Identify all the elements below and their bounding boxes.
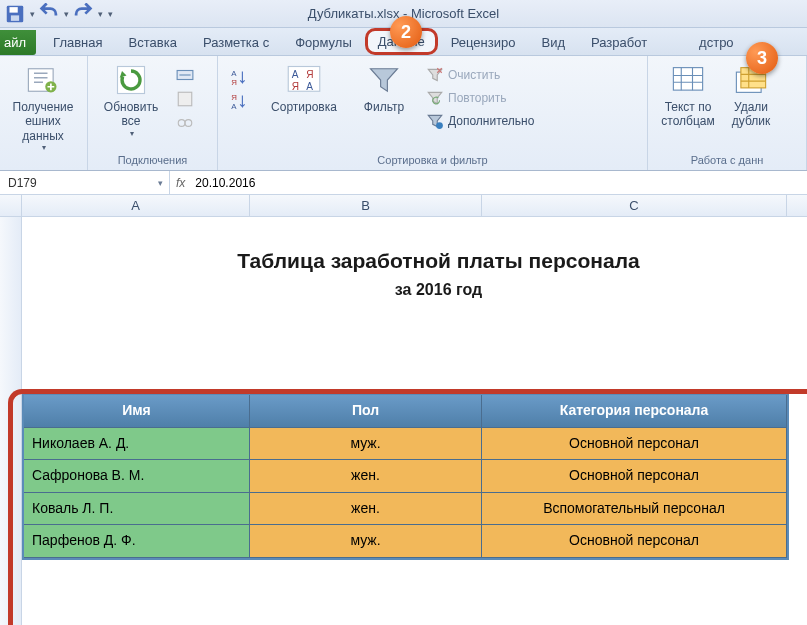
sort-desc-button[interactable]: ЯA — [226, 90, 252, 112]
properties-icon — [176, 90, 194, 108]
group-data-tools-label: Работа с данн — [656, 152, 798, 168]
advanced-icon — [426, 112, 444, 130]
table-row[interactable]: Парфенов Д. Ф. муж. Основной персонал — [24, 525, 787, 558]
advanced-button[interactable]: Дополнительно — [422, 110, 538, 132]
redo-button[interactable] — [72, 4, 94, 24]
svg-point-8 — [178, 120, 185, 127]
col-header-c[interactable]: C — [482, 195, 787, 216]
formula-bar: D179 fx — [0, 171, 807, 195]
get-data-label: Получение ешних данных — [10, 100, 76, 143]
cell-name[interactable]: Николаев А. Д. — [24, 428, 250, 461]
chevron-down-icon: ▾ — [130, 129, 134, 139]
tab-review[interactable]: Рецензиро — [438, 29, 529, 55]
text-to-columns-button[interactable]: Текст по столбцам — [656, 60, 720, 131]
tab-developer[interactable]: Разработ — [578, 29, 660, 55]
connections-icon — [176, 66, 194, 84]
annotation-badge-3: 3 — [746, 42, 778, 74]
group-connections: Обновить все ▾ Подключения — [88, 56, 218, 170]
get-external-data-button[interactable]: Получение ешних данных ▾ — [8, 60, 78, 155]
group-sort-filter-label: Сортировка и фильтр — [226, 152, 639, 168]
table-row[interactable]: Николаев А. Д. муж. Основной персонал — [24, 428, 787, 461]
cell-name[interactable]: Коваль Л. П. — [24, 493, 250, 526]
tab-page-layout[interactable]: Разметка с — [190, 29, 282, 55]
fx-area: fx — [170, 171, 355, 194]
svg-rect-7 — [178, 92, 192, 106]
sort-asc-button[interactable]: AЯ — [226, 66, 252, 88]
svg-text:Я: Я — [306, 69, 313, 80]
table-row[interactable]: Коваль Л. П. жен. Вспомогательный персон… — [24, 493, 787, 526]
sort-button[interactable]: AЯЯA Сортировка — [262, 60, 346, 116]
header-gender[interactable]: Пол — [250, 395, 482, 428]
qat-customize-icon[interactable]: ▾ — [106, 6, 114, 22]
cell-category[interactable]: Основной персонал — [482, 428, 787, 461]
cell-gender[interactable]: жен. — [250, 493, 482, 526]
header-name[interactable]: Имя — [24, 395, 250, 428]
sort-desc-icon: ЯA — [230, 92, 248, 110]
svg-text:Я: Я — [292, 81, 299, 92]
reapply-label: Повторить — [448, 91, 507, 105]
header-category[interactable]: Категория персонала — [482, 395, 787, 428]
svg-point-19 — [436, 122, 443, 129]
svg-text:A: A — [306, 81, 313, 92]
filter-button[interactable]: Фильтр — [352, 60, 416, 116]
cell-gender[interactable]: жен. — [250, 460, 482, 493]
tab-addins[interactable]: дстро — [686, 29, 747, 55]
name-box-value: D179 — [8, 176, 37, 190]
group-sort-filter: AЯ ЯA AЯЯA Сортировка Фильтр — [218, 56, 648, 170]
tab-home[interactable]: Главная — [40, 29, 115, 55]
tab-file[interactable]: айл — [0, 30, 36, 55]
cell-category[interactable]: Основной персонал — [482, 460, 787, 493]
cell-category[interactable]: Вспомогательный персонал — [482, 493, 787, 526]
redo-dropdown-icon[interactable]: ▾ — [96, 6, 104, 22]
formula-input[interactable] — [191, 176, 349, 190]
sort-label: Сортировка — [271, 100, 337, 114]
refresh-label: Обновить все — [104, 100, 158, 129]
table-row[interactable]: Сафронова В. М. жен. Основной персонал — [24, 460, 787, 493]
connections-button[interactable] — [172, 64, 198, 86]
spreadsheet[interactable]: A B C Таблица заработной платы персонала… — [0, 195, 807, 625]
text-to-columns-icon — [670, 62, 706, 98]
advanced-label: Дополнительно — [448, 114, 534, 128]
svg-text:Я: Я — [231, 93, 237, 102]
cell-name[interactable]: Сафронова В. М. — [24, 460, 250, 493]
edit-links-button — [172, 112, 198, 134]
cell-gender[interactable]: муж. — [250, 428, 482, 461]
col-header-a[interactable]: A — [22, 195, 250, 216]
svg-text:A: A — [292, 69, 299, 80]
sort-asc-desc: AЯ ЯA — [226, 60, 256, 112]
svg-text:A: A — [231, 69, 237, 78]
group-data-tools: Текст по столбцам Удали дублик Работа с … — [648, 56, 807, 170]
chevron-down-icon: ▾ — [42, 143, 46, 153]
quick-access-toolbar: ▾ ▾ ▾ ▾ — [4, 4, 114, 24]
fx-icon[interactable]: fx — [176, 176, 185, 190]
data-table[interactable]: Имя Пол Категория персонала Николаев А. … — [22, 393, 789, 560]
name-box[interactable]: D179 — [0, 171, 170, 194]
reapply-icon — [426, 89, 444, 107]
cell-name[interactable]: Парфенов Д. Ф. — [24, 525, 250, 558]
filter-icon — [366, 62, 402, 98]
sheet-subtitle: за 2016 год — [90, 281, 787, 299]
properties-button — [172, 88, 198, 110]
group-get-data-label — [8, 164, 79, 168]
save-button[interactable] — [4, 4, 26, 24]
clear-icon — [426, 66, 444, 84]
undo-dropdown-icon[interactable]: ▾ — [62, 6, 70, 22]
reapply-button: Повторить — [422, 87, 538, 109]
undo-button[interactable] — [38, 4, 60, 24]
select-all-corner[interactable] — [0, 195, 22, 216]
tab-insert[interactable]: Вставка — [116, 29, 190, 55]
ribbon: Получение ешних данных ▾ Обновить все ▾ — [0, 56, 807, 171]
refresh-all-button[interactable]: Обновить все ▾ — [96, 60, 166, 140]
tab-view[interactable]: Вид — [528, 29, 578, 55]
cell-category[interactable]: Основной персонал — [482, 525, 787, 558]
svg-rect-1 — [10, 7, 18, 13]
column-headers: A B C — [0, 195, 807, 217]
qat-dropdown-icon[interactable]: ▾ — [28, 6, 36, 22]
filter-label: Фильтр — [364, 100, 404, 114]
col-header-b[interactable]: B — [250, 195, 482, 216]
annotation-badge-2: 2 — [390, 16, 422, 48]
svg-rect-2 — [11, 15, 19, 21]
svg-text:Я: Я — [231, 78, 237, 86]
tab-formulas[interactable]: Формулы — [282, 29, 365, 55]
cell-gender[interactable]: муж. — [250, 525, 482, 558]
